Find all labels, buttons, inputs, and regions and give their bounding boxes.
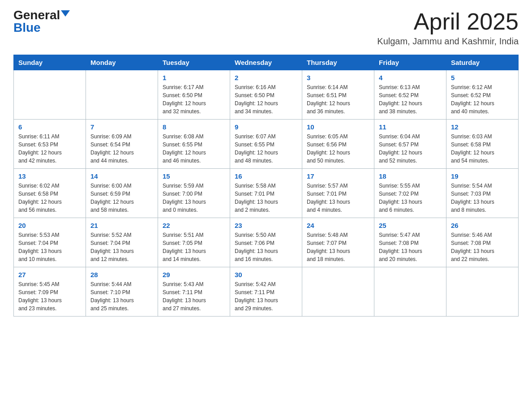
day-info: Sunrise: 6:08 AMSunset: 6:55 PMDaylight:… <box>163 133 225 165</box>
calendar-cell: 16Sunrise: 5:58 AMSunset: 7:01 PMDayligh… <box>230 169 302 218</box>
day-info: Sunrise: 6:16 AMSunset: 6:50 PMDaylight:… <box>235 83 297 116</box>
day-number: 8 <box>163 123 225 131</box>
day-info: Sunrise: 5:45 AMSunset: 7:09 PMDaylight:… <box>18 280 81 313</box>
calendar-cell: 4Sunrise: 6:13 AMSunset: 6:52 PMDaylight… <box>374 70 446 120</box>
calendar-body: 1Sunrise: 6:17 AMSunset: 6:50 PMDaylight… <box>14 70 519 317</box>
calendar-table: Sunday Monday Tuesday Wednesday Thursday… <box>13 55 519 317</box>
day-info: Sunrise: 5:55 AMSunset: 7:02 PMDaylight:… <box>379 182 442 214</box>
calendar-week-row: 13Sunrise: 6:02 AMSunset: 6:58 PMDayligh… <box>14 169 519 218</box>
header-monday: Monday <box>86 55 158 70</box>
day-number: 6 <box>18 123 81 131</box>
calendar-cell: 19Sunrise: 5:54 AMSunset: 7:03 PMDayligh… <box>446 169 519 218</box>
calendar-week-row: 27Sunrise: 5:45 AMSunset: 7:09 PMDayligh… <box>14 267 519 317</box>
day-info: Sunrise: 5:44 AMSunset: 7:10 PMDaylight:… <box>90 280 153 313</box>
day-number: 22 <box>163 222 225 229</box>
calendar-cell <box>86 70 158 120</box>
day-info: Sunrise: 6:00 AMSunset: 6:59 PMDaylight:… <box>90 182 153 214</box>
calendar-cell: 12Sunrise: 6:03 AMSunset: 6:58 PMDayligh… <box>446 120 519 169</box>
calendar-header-row: Sunday Monday Tuesday Wednesday Thursday… <box>14 55 519 70</box>
day-info: Sunrise: 6:04 AMSunset: 6:57 PMDaylight:… <box>379 133 442 165</box>
calendar-cell: 18Sunrise: 5:55 AMSunset: 7:02 PMDayligh… <box>374 169 446 218</box>
day-number: 15 <box>163 172 225 180</box>
day-number: 13 <box>18 172 81 180</box>
calendar-cell: 11Sunrise: 6:04 AMSunset: 6:57 PMDayligh… <box>374 120 446 169</box>
calendar-cell: 21Sunrise: 5:52 AMSunset: 7:04 PMDayligh… <box>86 218 158 267</box>
calendar-cell: 1Sunrise: 6:17 AMSunset: 6:50 PMDaylight… <box>158 70 230 120</box>
day-number: 3 <box>307 74 369 81</box>
calendar-cell <box>302 267 374 317</box>
day-number: 9 <box>235 123 297 131</box>
calendar-cell: 3Sunrise: 6:14 AMSunset: 6:51 PMDaylight… <box>302 70 374 120</box>
header-sunday: Sunday <box>14 55 86 70</box>
day-number: 24 <box>307 222 369 229</box>
calendar-week-row: 6Sunrise: 6:11 AMSunset: 6:53 PMDaylight… <box>14 120 519 169</box>
day-number: 20 <box>18 222 81 229</box>
day-number: 19 <box>451 172 514 180</box>
calendar-cell: 6Sunrise: 6:11 AMSunset: 6:53 PMDaylight… <box>14 120 86 169</box>
day-number: 7 <box>90 123 153 131</box>
page-header: General Blue April 2025 Kulgam, Jammu an… <box>13 9 519 47</box>
calendar-week-row: 20Sunrise: 5:53 AMSunset: 7:04 PMDayligh… <box>14 218 519 267</box>
day-info: Sunrise: 6:14 AMSunset: 6:51 PMDaylight:… <box>307 83 369 116</box>
day-info: Sunrise: 6:05 AMSunset: 6:56 PMDaylight:… <box>307 133 369 165</box>
day-info: Sunrise: 6:09 AMSunset: 6:54 PMDaylight:… <box>90 133 153 165</box>
day-info: Sunrise: 5:57 AMSunset: 7:01 PMDaylight:… <box>307 182 369 214</box>
day-number: 28 <box>90 271 153 278</box>
header-friday: Friday <box>374 55 446 70</box>
day-info: Sunrise: 6:03 AMSunset: 6:58 PMDaylight:… <box>451 133 514 165</box>
calendar-cell: 17Sunrise: 5:57 AMSunset: 7:01 PMDayligh… <box>302 169 374 218</box>
calendar-cell: 23Sunrise: 5:50 AMSunset: 7:06 PMDayligh… <box>230 218 302 267</box>
calendar-cell: 7Sunrise: 6:09 AMSunset: 6:54 PMDaylight… <box>86 120 158 169</box>
day-info: Sunrise: 5:58 AMSunset: 7:01 PMDaylight:… <box>235 182 297 214</box>
header-wednesday: Wednesday <box>230 55 302 70</box>
calendar-cell: 9Sunrise: 6:07 AMSunset: 6:55 PMDaylight… <box>230 120 302 169</box>
day-number: 18 <box>379 172 442 180</box>
calendar-cell: 2Sunrise: 6:16 AMSunset: 6:50 PMDaylight… <box>230 70 302 120</box>
calendar-cell: 5Sunrise: 6:12 AMSunset: 6:52 PMDaylight… <box>446 70 519 120</box>
day-number: 1 <box>163 74 225 81</box>
calendar-week-row: 1Sunrise: 6:17 AMSunset: 6:50 PMDaylight… <box>14 70 519 120</box>
day-info: Sunrise: 6:13 AMSunset: 6:52 PMDaylight:… <box>379 83 442 116</box>
day-info: Sunrise: 5:52 AMSunset: 7:04 PMDaylight:… <box>90 231 153 263</box>
day-info: Sunrise: 6:02 AMSunset: 6:58 PMDaylight:… <box>18 182 81 214</box>
calendar-cell <box>374 267 446 317</box>
day-number: 30 <box>235 271 297 278</box>
day-info: Sunrise: 5:59 AMSunset: 7:00 PMDaylight:… <box>163 182 225 214</box>
title-block: April 2025 Kulgam, Jammu and Kashmir, In… <box>377 9 519 47</box>
day-info: Sunrise: 6:07 AMSunset: 6:55 PMDaylight:… <box>235 133 297 165</box>
day-number: 16 <box>235 172 297 180</box>
day-number: 26 <box>451 222 514 229</box>
day-number: 25 <box>379 222 442 229</box>
day-info: Sunrise: 5:51 AMSunset: 7:05 PMDaylight:… <box>163 231 225 263</box>
day-number: 4 <box>379 74 442 81</box>
day-number: 12 <box>451 123 514 131</box>
location-title: Kulgam, Jammu and Kashmir, India <box>377 36 519 47</box>
day-number: 5 <box>451 74 514 81</box>
calendar-cell: 24Sunrise: 5:48 AMSunset: 7:07 PMDayligh… <box>302 218 374 267</box>
day-number: 17 <box>307 172 369 180</box>
calendar-cell: 27Sunrise: 5:45 AMSunset: 7:09 PMDayligh… <box>14 267 86 317</box>
calendar-cell: 26Sunrise: 5:46 AMSunset: 7:08 PMDayligh… <box>446 218 519 267</box>
calendar-cell <box>14 70 86 120</box>
calendar-cell: 29Sunrise: 5:43 AMSunset: 7:11 PMDayligh… <box>158 267 230 317</box>
calendar-cell: 15Sunrise: 5:59 AMSunset: 7:00 PMDayligh… <box>158 169 230 218</box>
header-thursday: Thursday <box>302 55 374 70</box>
header-saturday: Saturday <box>446 55 519 70</box>
day-number: 11 <box>379 123 442 131</box>
day-number: 23 <box>235 222 297 229</box>
calendar-cell: 14Sunrise: 6:00 AMSunset: 6:59 PMDayligh… <box>86 169 158 218</box>
day-number: 21 <box>90 222 153 229</box>
day-info: Sunrise: 5:47 AMSunset: 7:08 PMDaylight:… <box>379 231 442 263</box>
logo-blue: Blue <box>13 21 41 34</box>
calendar-cell: 20Sunrise: 5:53 AMSunset: 7:04 PMDayligh… <box>14 218 86 267</box>
calendar-cell: 25Sunrise: 5:47 AMSunset: 7:08 PMDayligh… <box>374 218 446 267</box>
month-year-title: April 2025 <box>377 9 519 34</box>
day-info: Sunrise: 5:46 AMSunset: 7:08 PMDaylight:… <box>451 231 514 263</box>
day-info: Sunrise: 5:53 AMSunset: 7:04 PMDaylight:… <box>18 231 81 263</box>
calendar-cell: 30Sunrise: 5:42 AMSunset: 7:11 PMDayligh… <box>230 267 302 317</box>
day-number: 14 <box>90 172 153 180</box>
calendar-cell <box>446 267 519 317</box>
day-number: 27 <box>18 271 81 278</box>
calendar-cell: 10Sunrise: 6:05 AMSunset: 6:56 PMDayligh… <box>302 120 374 169</box>
day-info: Sunrise: 6:11 AMSunset: 6:53 PMDaylight:… <box>18 133 81 165</box>
